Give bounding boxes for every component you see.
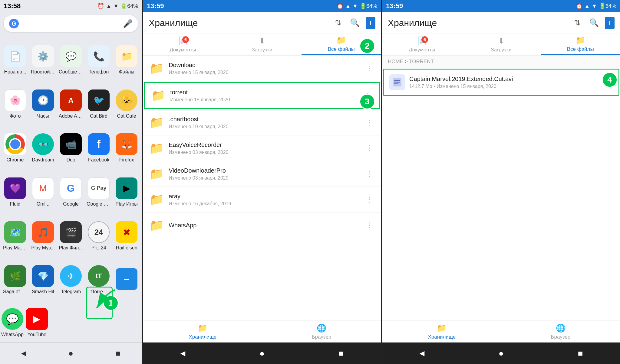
app-gpay[interactable]: G Pay Google Pay [85,169,113,213]
step4-bubble: 4 [602,72,618,88]
more-icon-whatsapp[interactable]: ⋮ [363,219,375,232]
app-telegram[interactable]: ✈ Telegram [57,257,85,301]
item-meta-avi: 1412.7 Mb • Изменено 15 января, 2020 [409,84,613,89]
search-icon[interactable]: 🔍 [348,16,362,30]
app-playgames[interactable]: 24 Pli...24 [85,213,113,257]
bottom-tab-storage2[interactable]: 📁 Хранилище [143,321,262,342]
app-catcafe[interactable]: 🐱 Cat Cafe [113,81,140,125]
clock-label: Часы [37,113,49,119]
folder-chartboost[interactable]: 📁 .chartboost Изменено 10 января, 2020 ⋮ [143,110,381,135]
app-playigry[interactable]: ▶ Play Игры [113,169,140,213]
fm3-file-list: Captain.Marvel.2019.Extended.Cut.avi 141… [382,68,620,320]
app-daydream[interactable]: 👓 Daydream [29,125,57,169]
folder-icon-torrent: 📁 [150,88,166,103]
mic-icon[interactable]: 🎤 [123,19,133,28]
fm3-recent-button[interactable]: ■ [572,346,588,361]
search-bar[interactable]: G 🎤 [4,15,138,32]
bottom-tab-browser2[interactable]: 🌐 Браузер [262,321,381,342]
app-saga[interactable]: 🌿 Saga of S... [1,257,29,301]
status-bar-fm2: 13:59 ⏰ ▲ ▼ 🔋64% [143,0,381,12]
more-icon[interactable]: ⋮ [363,62,375,75]
item-name: Download [169,62,363,69]
tab-documents-fm3[interactable]: 📄 6 Документы [382,34,462,55]
bottom-tab-browser3[interactable]: 🌐 Браузер [501,321,620,342]
breadcrumb: HOME > TORRENT [382,56,620,68]
app-chrome[interactable]: Chrome [1,125,29,169]
fm2-home-button[interactable]: ● [254,346,270,361]
folder-torrent[interactable]: 📁 torrent Изменено 15 января, 2020 ⋮ [144,82,380,109]
app-simple[interactable]: ⚙️ Простой ... [29,37,57,81]
recent-button[interactable]: ■ [110,346,126,361]
bottom-tab-storage3[interactable]: 📁 Хранилище [382,321,501,342]
youtube-label: YouTube [27,332,46,337]
fm2-back-button[interactable]: ◄ [175,346,191,361]
breadcrumb-home[interactable]: HOME [388,59,403,64]
folder-icon-easyvoice: 📁 [149,140,164,156]
folder-download[interactable]: 📁 Download Изменено 15 января, 2020 ⋮ [143,56,381,81]
documents-tab-label-fm3: Документы [409,47,435,53]
app-ttorrent[interactable]: tT tTorre... [85,257,113,301]
home-button[interactable]: ● [63,346,79,361]
app-raiffeisen[interactable]: ✖ Raiffeisen [113,213,140,257]
app-grid: 📄 Нова по... ⚙️ Простой ... 💬 Сообщен...… [0,35,142,304]
playmaps-icon: 🗺️ [4,221,26,243]
back-button[interactable]: ◄ [16,346,31,361]
more-icon-aray[interactable]: ⋮ [363,193,375,206]
fm3-home-button[interactable]: ● [493,346,509,361]
app-nova[interactable]: 📄 Нова по... [1,37,29,81]
app-firefox[interactable]: 🦊 Firefox [113,125,140,169]
app-google[interactable]: G Google [57,169,85,213]
tab-allfiles-fm3[interactable]: 📁 Все файлы [541,34,620,55]
search-icon-fm3[interactable]: 🔍 [587,16,601,30]
item-meta: Изменено 15 января, 2020 [169,70,363,75]
app-acrobat[interactable]: A Adobe Ac... [57,81,85,125]
tab-downloads-fm3[interactable]: ⬇ Загрузки [462,34,541,55]
fluid-icon: 💜 [4,177,26,199]
app-clock[interactable]: 🕐 Часы [29,81,57,125]
sort-icon[interactable]: ⇅ [332,16,344,30]
add-icon-fm3[interactable]: + [605,17,615,29]
fm3-back-button[interactable]: ◄ [414,346,430,361]
raiffeisen-label: Raiffeisen [116,245,137,251]
more-icon-easyvoice[interactable]: ⋮ [363,141,375,155]
app-youtube[interactable]: ▶ YouTube [25,305,49,339]
tab-documents[interactable]: 📄 6 Документы [143,34,223,55]
downloads-tab-label: Загрузки [252,47,272,53]
app-playvideo[interactable]: 🎬 Play Фил... [57,213,85,257]
app-gmail[interactable]: M Gml... [29,169,57,213]
add-icon[interactable]: + [366,17,375,29]
more-icon-chartboost[interactable]: ⋮ [363,116,375,129]
app-playmaps[interactable]: 🗺️ Play Map... [1,213,29,257]
youtube-icon: ▶ [26,308,48,330]
more-icon-videodl[interactable]: ⋮ [363,167,375,180]
item-name-aray: aray [169,193,363,200]
file-captain-marvel[interactable]: Captain.Marvel.2019.Extended.Cut.avi 141… [383,69,619,96]
folder-easyvoice[interactable]: 📁 EasyVoiceRecorder Изменено 03 января, … [143,135,381,161]
alarm-icon: ⏰ [97,3,104,9]
app-fluid[interactable]: 💜 Fluid [1,169,29,213]
app-facebook[interactable]: f Facebook [85,125,113,169]
folder-videodl[interactable]: 📁 VideoDownloaderPro Изменено 03 января,… [143,161,381,187]
messages-icon: 💬 [60,45,82,67]
folder-whatsapp[interactable]: 📁 WhatsApp ⋮ [143,213,381,238]
app-smashhit[interactable]: 💎 Smash Hit [29,257,57,301]
app-photo[interactable]: 🌸 Фото [1,81,29,125]
sort-icon-fm3[interactable]: ⇅ [572,16,583,30]
folder-icon: 📁 [149,60,164,76]
app-playmusic[interactable]: 🎵 Play Муз... [29,213,57,257]
playmusic-icon: 🎵 [32,221,54,243]
signal-icon: ▲ [106,3,111,9]
app-whatsapp[interactable]: 💬 WhatsApp [0,305,25,339]
playmusic-label: Play Муз... [31,245,55,251]
app-transfer[interactable]: ↔ [113,257,140,301]
fm2-recent-button[interactable]: ■ [333,346,349,361]
app-messages[interactable]: 💬 Сообщен... [57,37,85,81]
app-duo[interactable]: 📹 Duo [57,125,85,169]
app-files[interactable]: 📁 Файлы [113,37,140,81]
app-catbird[interactable]: 🐦 Cat Bird [85,81,113,125]
tab-downloads[interactable]: ⬇ Загрузки [223,34,302,55]
app-phone[interactable]: 📞 Телефон [85,37,113,81]
folder-icon-whatsapp: 📁 [149,217,164,233]
allfiles-tab-icon-fm3: 📁 [575,36,585,45]
folder-aray[interactable]: 📁 aray Изменено 16 декабря, 2019 ⋮ [143,187,381,213]
